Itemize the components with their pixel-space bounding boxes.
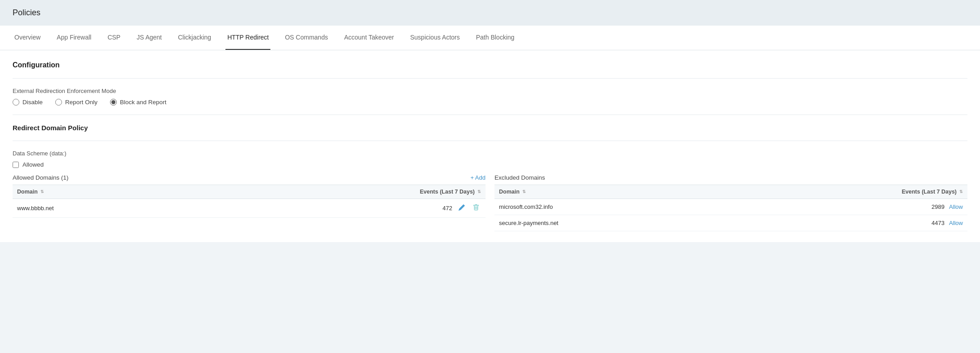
excluded-domain-cell: microsoft.com32.info [494,199,728,215]
delete-domain-button[interactable] [471,203,481,213]
excluded-domains-section: Excluded Domains Domain ⇅ Events ( [494,174,967,231]
excluded-events-cell: 2989 Allow [728,199,967,215]
excluded-domain-cell: secure.lr-payments.net [494,215,728,231]
excluded-events-cell: 4473 Allow [728,215,967,231]
radio-block-and-report[interactable]: Block and Report [110,99,167,106]
excluded-domain-col-header: Domain ⇅ [494,185,728,199]
radio-report-only-input[interactable] [55,99,62,106]
excl-events-sort-icon: ⇅ [959,190,963,194]
radio-report-only-label: Report Only [65,99,97,106]
allow-domain-link[interactable]: Allow [949,220,963,226]
excl-domain-sort-icon: ⇅ [522,190,526,194]
configuration-title: Configuration [13,61,967,69]
edit-domain-button[interactable] [457,203,467,213]
enforcement-mode-group: External Redirection Enforcement Mode Di… [13,88,967,106]
excluded-domains-header: Excluded Domains [494,174,967,181]
allow-domain-link[interactable]: Allow [949,203,963,210]
enforcement-mode-radios: Disable Report Only Block and Report [13,99,967,106]
page-header: Policies [0,0,980,26]
tab-suspicious-actors[interactable]: Suspicious Actors [408,26,462,50]
tab-clickjacking[interactable]: Clickjacking [176,26,213,50]
allowed-checkbox-input[interactable] [13,162,19,168]
allowed-domain-cell: www.bbbb.net [13,199,199,218]
main-content: Configuration External Redirection Enfor… [0,50,980,242]
radio-disable-label: Disable [22,99,43,106]
excluded-domains-header-row: Domain ⇅ Events (Last 7 Days) ⇅ [494,185,967,199]
radio-disable-input[interactable] [13,99,19,106]
allowed-checkbox-label: Allowed [22,161,44,168]
data-scheme-label: Data Scheme (data:) [13,150,967,157]
radio-report-only[interactable]: Report Only [55,99,97,106]
add-domain-link[interactable]: + Add [470,174,486,181]
excluded-domains-table: Domain ⇅ Events (Last 7 Days) ⇅ [494,185,967,231]
domains-container: Allowed Domains (1) + Add Domain ⇅ [13,174,967,231]
excluded-domain-row: microsoft.com32.info 2989 Allow [494,199,967,215]
allowed-events-cell: 472 [199,199,486,218]
allowed-domain-col-header: Domain ⇅ [13,185,199,199]
excluded-domains-title: Excluded Domains [494,174,545,181]
tab-app-firewall[interactable]: App Firewall [55,26,93,50]
tab-os-commands[interactable]: OS Commands [283,26,330,50]
radio-block-and-report-label: Block and Report [120,99,167,106]
excluded-events-value: 4473 [931,220,945,226]
allowed-domains-header: Allowed Domains (1) + Add [13,174,486,181]
divider-2 [13,115,967,115]
allowed-domains-section: Allowed Domains (1) + Add Domain ⇅ [13,174,486,231]
events-sort-icon: ⇅ [477,190,481,194]
page-title: Policies [13,8,40,17]
radio-disable[interactable]: Disable [13,99,43,106]
allowed-checkbox[interactable]: Allowed [13,161,967,168]
divider-3 [13,141,967,141]
radio-block-and-report-input[interactable] [110,99,117,106]
redirect-domain-policy-title: Redirect Domain Policy [13,124,967,132]
allowed-events-col-header: Events (Last 7 Days) ⇅ [199,185,486,199]
allowed-domains-table: Domain ⇅ Events (Last 7 Days) ⇅ [13,185,486,218]
allowed-events-value: 472 [442,205,452,212]
divider-1 [13,78,967,79]
enforcement-mode-label: External Redirection Enforcement Mode [13,88,967,94]
tab-overview[interactable]: Overview [13,26,42,50]
allowed-domain-row: www.bbbb.net 472 [13,199,486,218]
allowed-domains-title: Allowed Domains (1) [13,174,69,181]
nav-tabs: Overview App Firewall CSP JS Agent Click… [0,26,980,50]
tab-csp[interactable]: CSP [106,26,122,50]
excluded-events-value: 2989 [931,203,945,210]
excluded-domain-row: secure.lr-payments.net 4473 Allow [494,215,967,231]
tab-account-takeover[interactable]: Account Takeover [342,26,396,50]
tab-path-blocking[interactable]: Path Blocking [474,26,516,50]
tab-js-agent[interactable]: JS Agent [135,26,163,50]
excluded-events-col-header: Events (Last 7 Days) ⇅ [728,185,967,199]
domain-sort-icon: ⇅ [40,190,44,194]
allowed-domains-header-row: Domain ⇅ Events (Last 7 Days) ⇅ [13,185,486,199]
tab-http-redirect[interactable]: HTTP Redirect [225,26,270,50]
